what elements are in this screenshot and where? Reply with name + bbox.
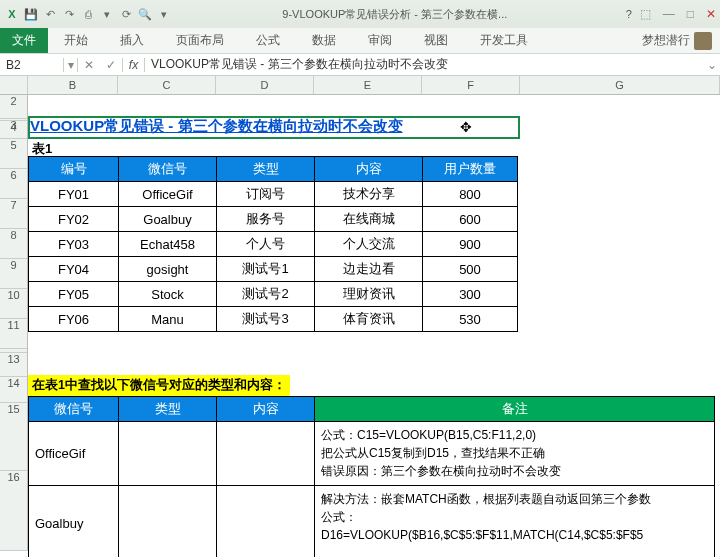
row-header[interactable]: 2 (0, 95, 27, 119)
avatar (694, 32, 712, 50)
table-row: FY05Stock测试号2理财资讯300 (29, 282, 518, 307)
name-box-dropdown-icon[interactable]: ▾ (64, 58, 78, 72)
tab-review[interactable]: 审阅 (352, 28, 408, 53)
table-row: FY01OfficeGif订阅号技术分享800 (29, 182, 518, 207)
row-header[interactable]: 4 (0, 121, 27, 139)
user-account[interactable]: 梦想潜行 (634, 32, 720, 50)
col-header-g[interactable]: G (520, 76, 720, 94)
file-tab[interactable]: 文件 (0, 28, 48, 53)
remark-cell[interactable]: 公式：C15=VLOOKUP(B15,C5:F11,2,0) 把公式从C15复制… (315, 422, 715, 486)
name-box[interactable]: B2 (0, 58, 64, 72)
tab-developer[interactable]: 开发工具 (464, 28, 544, 53)
print-icon[interactable]: ⎙ (80, 6, 96, 22)
quick-access-toolbar: X 💾 ↶ ↷ ⎙ ▾ ⟳ 🔍 ▾ (4, 6, 172, 22)
col-header-d[interactable]: D (216, 76, 314, 94)
row-header[interactable]: 15 (0, 403, 27, 471)
save-icon[interactable]: 💾 (23, 6, 39, 22)
accept-formula-icon[interactable]: ✓ (100, 58, 122, 72)
expand-formula-bar-icon[interactable]: ⌄ (704, 58, 720, 72)
table-row: FY04gosight测试号1边走边看500 (29, 257, 518, 282)
tab-formulas[interactable]: 公式 (240, 28, 296, 53)
tab-page-layout[interactable]: 页面布局 (160, 28, 240, 53)
row-header[interactable]: 14 (0, 377, 27, 403)
yellow-note: 在表1中查找以下微信号对应的类型和内容： (28, 375, 290, 396)
th[interactable]: 用户数量 (423, 157, 518, 182)
col-header-e[interactable]: E (314, 76, 422, 94)
th[interactable]: 微信号 (29, 397, 119, 422)
close-icon[interactable]: ✕ (706, 7, 716, 21)
table1: 编号 微信号 类型 内容 用户数量 FY01OfficeGif订阅号技术分享80… (28, 156, 518, 332)
table-row: OfficeGif 公式：C15=VLOOKUP(B15,C5:F11,2,0)… (29, 422, 715, 486)
qat-more-icon[interactable]: ▾ (99, 6, 115, 22)
formula-bar: B2 ▾ ✕ ✓ fx VLOOKUP常见错误 - 第三个参数在横向拉动时不会改… (0, 54, 720, 76)
qat-dropdown-icon[interactable]: ▾ (156, 6, 172, 22)
ribbon-collapse-icon[interactable]: ⬚ (640, 7, 651, 21)
maximize-icon[interactable]: □ (687, 7, 694, 21)
col-header-c[interactable]: C (118, 76, 216, 94)
refresh-icon[interactable]: ⟳ (118, 6, 134, 22)
row-header[interactable]: 11 (0, 319, 27, 349)
window-title: 9-VLOOKUP常见错误分析 - 第三个参数在横... (172, 7, 618, 22)
tab-view[interactable]: 视图 (408, 28, 464, 53)
window-controls: ⬚ — □ ✕ (640, 7, 716, 21)
help-icon[interactable]: ? (618, 8, 640, 20)
app-icon: X (4, 6, 20, 22)
spreadsheet-grid[interactable]: B C D E F G 2 3 4 5 6 7 8 9 10 11 13 14 … (0, 76, 720, 551)
cells-area[interactable]: VLOOKUP常见错误 - 第三个参数在横向拉动时不会改变 ✥ 表1 编号 微信… (28, 95, 720, 551)
row-header[interactable]: 5 (0, 139, 27, 169)
undo-icon[interactable]: ↶ (42, 6, 58, 22)
column-headers: B C D E F G (0, 76, 720, 95)
table2: 微信号 类型 内容 备注 OfficeGif 公式：C15=VLOOKUP(B1… (28, 396, 715, 557)
row-header[interactable]: 10 (0, 289, 27, 319)
th[interactable]: 内容 (217, 397, 315, 422)
cursor-move-icon: ✥ (460, 119, 472, 135)
minimize-icon[interactable]: — (663, 7, 675, 21)
row-header[interactable]: 13 (0, 353, 27, 377)
row-header[interactable]: 9 (0, 259, 27, 289)
ribbon-tabs: 文件 开始 插入 页面布局 公式 数据 审阅 视图 开发工具 梦想潜行 (0, 28, 720, 54)
zoom-icon[interactable]: 🔍 (137, 6, 153, 22)
fx-button[interactable]: fx (123, 58, 145, 72)
row-header[interactable]: 7 (0, 199, 27, 229)
table-row: FY02Goalbuy服务号在线商城600 (29, 207, 518, 232)
col-header-f[interactable]: F (422, 76, 520, 94)
redo-icon[interactable]: ↷ (61, 6, 77, 22)
th[interactable]: 微信号 (119, 157, 217, 182)
th[interactable]: 类型 (217, 157, 315, 182)
col-header-b[interactable]: B (28, 76, 118, 94)
merged-title-cell[interactable]: VLOOKUP常见错误 - 第三个参数在横向拉动时不会改变 (30, 117, 403, 136)
username: 梦想潜行 (642, 32, 690, 49)
tab-insert[interactable]: 插入 (104, 28, 160, 53)
row-headers: 2 3 4 5 6 7 8 9 10 11 13 14 15 16 (0, 95, 28, 551)
formula-input[interactable]: VLOOKUP常见错误 - 第三个参数在横向拉动时不会改变 (145, 56, 704, 73)
th[interactable]: 编号 (29, 157, 119, 182)
table-header-row: 编号 微信号 类型 内容 用户数量 (29, 157, 518, 182)
remark-cell[interactable]: 解决方法：嵌套MATCH函数，根据列表题自动返回第三个参数 公式： D16=VL… (315, 486, 715, 558)
tab-home[interactable]: 开始 (48, 28, 104, 53)
table-row: FY06Manu测试号3体育资讯530 (29, 307, 518, 332)
row-header[interactable]: 16 (0, 471, 27, 551)
table-row: FY03Echat458个人号个人交流900 (29, 232, 518, 257)
table-header-row: 微信号 类型 内容 备注 (29, 397, 715, 422)
cancel-formula-icon[interactable]: ✕ (78, 58, 100, 72)
th[interactable]: 内容 (315, 157, 423, 182)
table-row: Goalbuy 解决方法：嵌套MATCH函数，根据列表题自动返回第三个参数 公式… (29, 486, 715, 558)
tab-data[interactable]: 数据 (296, 28, 352, 53)
titlebar: X 💾 ↶ ↷ ⎙ ▾ ⟳ 🔍 ▾ 9-VLOOKUP常见错误分析 - 第三个参… (0, 0, 720, 28)
th-remark[interactable]: 备注 (315, 397, 715, 422)
select-all-corner[interactable] (0, 76, 28, 94)
row-header[interactable]: 6 (0, 169, 27, 199)
th[interactable]: 类型 (119, 397, 217, 422)
row-header[interactable]: 8 (0, 229, 27, 259)
